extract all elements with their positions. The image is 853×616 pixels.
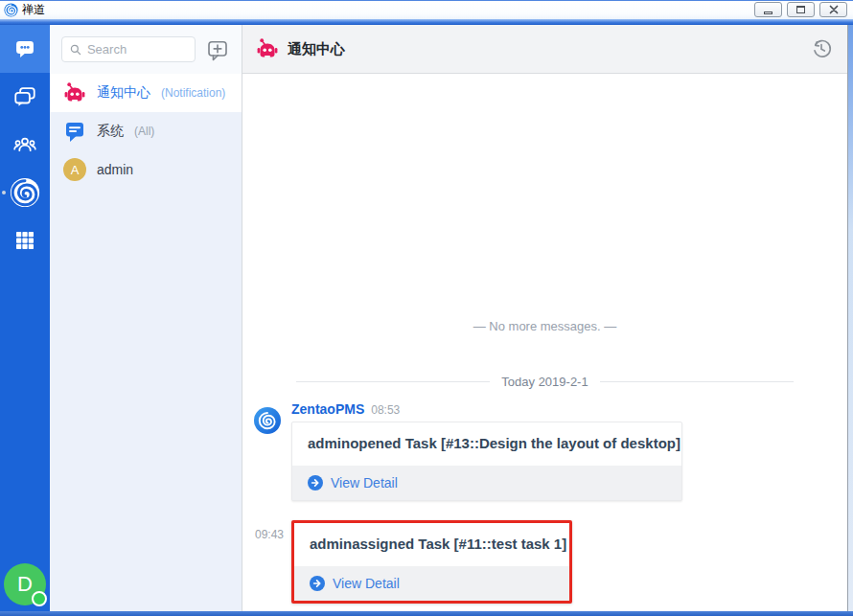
list-item-sublabel: (All) xyxy=(134,125,154,138)
close-icon xyxy=(829,5,839,14)
robot-icon xyxy=(63,81,86,104)
list-item-label: 系统 xyxy=(97,123,124,140)
list-item-label: admin xyxy=(97,162,133,177)
notification-dot xyxy=(2,191,6,194)
list-item-label: 通知中心 xyxy=(97,84,150,102)
apps-grid-icon xyxy=(13,229,36,252)
list-item-notification[interactable]: 通知中心 (Notification) xyxy=(50,74,242,112)
robot-icon xyxy=(256,37,279,60)
message-time: 08:53 xyxy=(371,403,400,417)
system-bubble-icon xyxy=(63,120,86,143)
create-chat-button[interactable] xyxy=(205,37,230,62)
no-more-messages-text: — No more messages. — xyxy=(242,319,847,333)
window-right-border xyxy=(847,25,853,611)
minimize-icon xyxy=(764,11,772,14)
minimize-button[interactable] xyxy=(754,2,782,17)
maximize-button[interactable] xyxy=(787,2,815,17)
sidebar-item-apps[interactable] xyxy=(0,217,50,264)
sidebar-item-contacts[interactable] xyxy=(0,121,50,169)
zentao-logo-icon xyxy=(9,176,41,209)
list-item-admin[interactable]: A admin xyxy=(50,150,242,189)
window-controls xyxy=(754,2,847,17)
arrow-circle-icon xyxy=(310,576,325,591)
chat-main: 通知中心 — No more messages. — Today 2019-2-… xyxy=(242,25,847,611)
notification-title: adminassigned Task [#11::test task 1] xyxy=(294,523,569,566)
view-detail-link[interactable]: View Detail xyxy=(331,475,398,491)
app-window: 禅道 xyxy=(0,0,853,616)
day-divider: Today 2019-2-1 xyxy=(296,375,794,389)
zentao-logo-icon xyxy=(257,410,278,431)
chats-icon xyxy=(12,84,37,109)
chat-title: 通知中心 xyxy=(288,40,345,58)
notification-card: adminopened Task [#13::Design the layout… xyxy=(291,422,682,501)
avatar: A xyxy=(63,158,86,181)
online-status-dot xyxy=(32,591,47,606)
search-input[interactable] xyxy=(87,42,187,57)
search-icon xyxy=(70,43,81,57)
search-box[interactable] xyxy=(61,36,196,62)
window-bottom-border xyxy=(0,611,853,616)
contacts-icon xyxy=(12,131,38,158)
chat-header: 通知中心 xyxy=(242,25,847,74)
list-item-sublabel: (Notification) xyxy=(161,86,225,100)
list-item-system[interactable]: 系统 (All) xyxy=(50,112,242,150)
arrow-circle-icon xyxy=(308,475,323,491)
message-area[interactable]: — No more messages. — Today 2019-2-1 Zen… xyxy=(242,74,847,611)
sender-name[interactable]: ZentaoPMS xyxy=(291,401,364,417)
sidebar-item-groups[interactable] xyxy=(0,73,50,121)
titlebar: 禅道 xyxy=(0,0,853,19)
chat-list-panel: 通知中心 (Notification) 系统 (All) A admin xyxy=(50,25,242,611)
nav-sidebar: D xyxy=(0,25,50,611)
chat-icon xyxy=(12,36,37,61)
card-footer: View Detail xyxy=(294,566,569,601)
message-time: 09:43 xyxy=(255,528,284,541)
search-row xyxy=(50,25,242,74)
view-detail-link[interactable]: View Detail xyxy=(333,576,400,591)
notification-title: adminopened Task [#13::Design the layout… xyxy=(292,422,681,466)
sidebar-item-chat[interactable] xyxy=(0,25,50,73)
close-button[interactable] xyxy=(819,2,847,17)
zentaopms-avatar[interactable] xyxy=(254,407,281,434)
maximize-icon xyxy=(796,6,805,13)
current-user[interactable]: D xyxy=(4,563,46,605)
history-icon xyxy=(811,38,832,59)
day-divider-label: Today 2019-2-1 xyxy=(501,375,588,389)
sidebar-item-zentao[interactable] xyxy=(0,169,50,217)
window-title: 禅道 xyxy=(22,2,45,18)
add-chat-icon xyxy=(206,38,229,61)
message: ZentaoPMS 08:53 adminopened Task [#13::D… xyxy=(242,401,682,501)
notification-card-highlighted: adminassigned Task [#11::test task 1] Vi… xyxy=(291,520,572,604)
card-footer: View Detail xyxy=(292,466,681,500)
message: 09:43 adminassigned Task [#11::test task… xyxy=(242,520,572,604)
history-button[interactable] xyxy=(809,36,834,61)
zentao-logo-icon xyxy=(4,3,18,17)
